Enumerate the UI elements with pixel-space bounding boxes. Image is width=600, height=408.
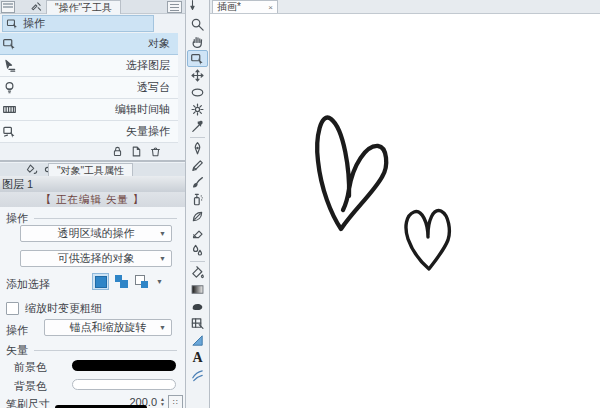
select-add-mode-button[interactable] (114, 274, 129, 289)
toolbar-tools: A (186, 16, 209, 383)
eyedropper-icon (190, 119, 205, 134)
tool-auto-select-tool[interactable] (187, 101, 208, 118)
scale-thickness-checkbox[interactable]: 缩放时变更粗细 (6, 301, 102, 316)
tool-figure-tool[interactable] (187, 298, 208, 315)
tool-pencil-tool[interactable] (187, 157, 208, 174)
tool-brush-tool[interactable] (187, 174, 208, 191)
text-icon: A (192, 351, 202, 365)
panel-menu-button[interactable] (167, 1, 182, 13)
object-icon (6, 17, 19, 30)
vector-icon (2, 124, 17, 139)
heart-drawing (210, 13, 600, 408)
new-page-icon[interactable] (130, 145, 143, 158)
add-selection-modes: ▼ (92, 273, 163, 290)
tool-selection-tool[interactable] (187, 84, 208, 101)
panel-window-icon[interactable] (1, 1, 15, 13)
checkbox-label: 缩放时变更粗细 (25, 301, 102, 316)
section-operation: 操作 (6, 211, 177, 226)
operation-row-label: 操作 (6, 323, 28, 338)
subtool-item-label: 选择图层 (126, 58, 170, 73)
dropdown-selectable-objects[interactable]: 可供选择的对象 ▼ (20, 250, 172, 267)
select-new-mode-button[interactable] (92, 273, 109, 290)
tab-tool-property[interactable]: "对象"工具属性 (48, 163, 133, 177)
property-header: 图层 1 (0, 176, 185, 192)
tool-gradient-tool[interactable] (187, 281, 208, 298)
subtool-item-object[interactable]: 对象 (0, 33, 178, 55)
tool-eyedropper-tool[interactable] (187, 118, 208, 135)
subtool-item-select-layer[interactable]: 选择图层 (0, 55, 178, 77)
close-icon[interactable]: × (268, 3, 273, 12)
frame-icon (190, 316, 205, 331)
decoration-icon (190, 209, 205, 224)
subtool-item-vector-operation[interactable]: 矢量操作 (0, 121, 178, 143)
subtool-item-edit-timeline[interactable]: 编辑时间轴 (0, 99, 178, 121)
chevron-down-icon[interactable]: ▼ (156, 278, 163, 285)
tools-pair-icon (27, 0, 45, 12)
material-icon (190, 367, 205, 382)
editing-status-text: 【 正在编辑 矢量 】 (41, 193, 145, 207)
foreground-label: 前景色 (14, 360, 47, 375)
tool-decoration-tool[interactable] (187, 208, 208, 225)
subtool-item-label: 透写台 (137, 80, 170, 95)
dropdown-anchor-scale-rotate[interactable]: 锚点和缩放旋转 ▼ (44, 319, 172, 336)
main-toolbar: A (185, 0, 210, 408)
brush-icon (190, 175, 205, 190)
section-vector: 矢量 (6, 343, 177, 358)
layer-name: 图层 1 (2, 177, 33, 192)
tool-blend-tool[interactable] (187, 242, 208, 259)
tool-ruler-tool[interactable] (187, 332, 208, 349)
chevron-down-icon: ▼ (159, 324, 166, 331)
subtool-group-label: 操作 (23, 16, 45, 31)
subtool-list: 对象 选择图层 透写台 编辑时间轴 矢量操作 (0, 33, 178, 143)
background-color-swatch[interactable] (72, 379, 176, 390)
tool-layer-move-tool[interactable] (187, 67, 208, 84)
dropdown-transparent-area[interactable]: 透明区域的操作 ▼ (20, 225, 172, 242)
chevron-down-icon: ▼ (159, 255, 166, 262)
editing-status: 【 正在编辑 矢量 】 (0, 192, 185, 207)
canvas-tab[interactable]: 插画* × (212, 0, 278, 13)
magic-wand-icon (190, 102, 205, 117)
ellipse-select-icon (190, 85, 205, 100)
timeline-icon (2, 102, 17, 117)
tool-text-tool[interactable]: A (187, 349, 208, 366)
brush-size-label: 笔刷尺寸 (6, 397, 50, 408)
toolbar-divider (190, 137, 205, 138)
figure-icon (190, 299, 205, 314)
property-body: 操作 透明区域的操作 ▼ 可供选择的对象 ▼ 添加选择 ▼ 缩放时变更粗细 操作… (0, 207, 185, 408)
gradient-icon (190, 282, 205, 297)
brush-size-stepper[interactable]: ▲▼ (158, 395, 167, 408)
subtool-panel-tabbar: "操作"子工具 (0, 0, 185, 14)
subtool-item-light-table[interactable]: 透写台 (0, 77, 178, 99)
tool-operation-tool[interactable] (187, 50, 208, 67)
tool-eraser-tool[interactable] (187, 225, 208, 242)
subtool-group-tab[interactable]: 操作 (2, 15, 154, 32)
tab-subtool[interactable]: "操作"子工具 (46, 0, 121, 14)
subtool-item-label: 对象 (148, 36, 170, 51)
tool-frame-border-tool[interactable] (187, 315, 208, 332)
tool-airbrush-tool[interactable] (187, 191, 208, 208)
ink-pen-icon (26, 163, 39, 176)
select-subtract-mode-button[interactable] (134, 274, 149, 289)
object-icon (190, 51, 205, 66)
blend-icon (190, 243, 205, 258)
subtool-panel: "操作"子工具 操作 对象 选择图层 透写台 编辑时间轴 矢量操作 (0, 0, 185, 408)
toolbar-handle-icon (186, 1, 199, 10)
canvas[interactable] (210, 0, 600, 408)
tool-fill-tool[interactable] (187, 264, 208, 281)
tool-hand-tool[interactable] (187, 33, 208, 50)
dropdown-label: 锚点和缩放旋转 (70, 320, 147, 335)
foreground-color-swatch[interactable] (72, 360, 176, 371)
subtool-item-label: 编辑时间轴 (115, 102, 170, 117)
airbrush-icon (190, 192, 205, 207)
tab-subtool-label: "操作"子工具 (55, 1, 112, 15)
tool-material-tool[interactable] (187, 366, 208, 383)
tool-zoom-tool[interactable] (187, 16, 208, 33)
dropdown-label: 可供选择的对象 (58, 251, 135, 266)
eraser-icon (190, 226, 205, 241)
trash-icon[interactable] (149, 145, 162, 158)
tool-pen-tool[interactable] (187, 140, 208, 157)
brush-size-options-button[interactable]: ∷ (168, 395, 183, 408)
object-icon (2, 36, 17, 51)
hand-icon (190, 34, 205, 49)
lock-icon[interactable] (111, 145, 124, 158)
